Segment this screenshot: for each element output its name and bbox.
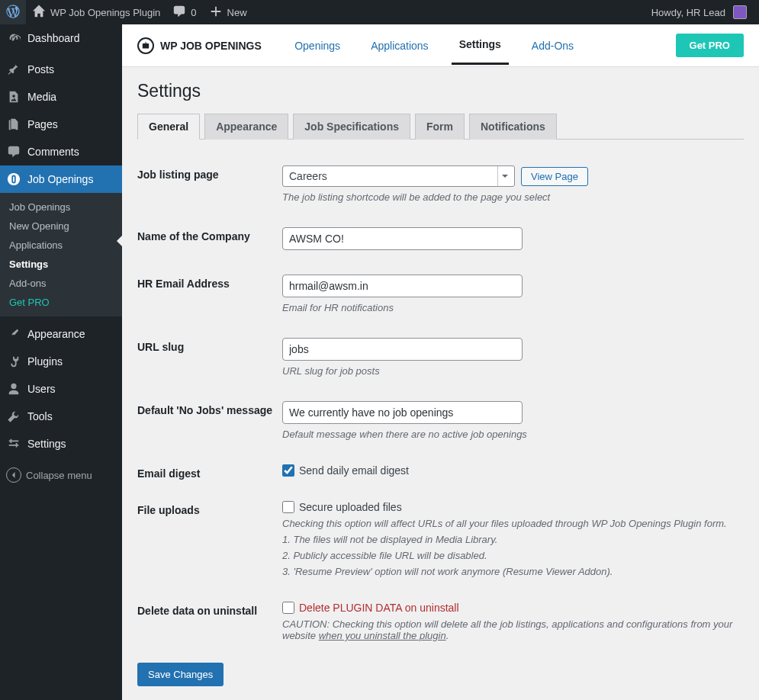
delete-data-checkbox-label[interactable]: Delete PLUGIN DATA on uninstall	[282, 602, 744, 614]
menu-job-openings[interactable]: Job Openings	[0, 165, 122, 193]
plus-icon	[209, 5, 223, 21]
menu-label: Tools	[27, 410, 53, 422]
desc-url-slug: URL slug for job posts	[282, 365, 744, 377]
menu-label: Media	[27, 91, 56, 103]
plugin-header: WP JOB OPENINGS Openings Applications Se…	[122, 24, 759, 67]
menu-posts[interactable]: Posts	[0, 56, 122, 83]
menu-users[interactable]: Users	[0, 375, 122, 403]
briefcase-icon	[137, 37, 154, 54]
tab-notifications[interactable]: Notifications	[469, 114, 557, 140]
menu-pages[interactable]: Pages	[0, 111, 122, 138]
comment-icon	[6, 144, 21, 159]
label-delete-data: Delete data on uninstall	[137, 592, 282, 657]
desc-job-listing-page: The job listing shortcode will be added …	[282, 191, 744, 203]
dashboard-icon	[6, 31, 21, 46]
menu-label: Appearance	[27, 328, 85, 340]
my-account-menu[interactable]: Howdy, HR Lead	[645, 0, 753, 24]
home-icon	[32, 5, 46, 21]
comment-count: 0	[191, 7, 196, 18]
secure-files-checkbox[interactable]	[282, 501, 294, 513]
secure-files-checkbox-label[interactable]: Secure uploaded files	[282, 501, 744, 513]
menu-settings[interactable]: Settings	[0, 430, 122, 458]
chevron-left-icon	[6, 467, 21, 483]
desc-delete-data: CAUTION: Checking this option will delet…	[282, 618, 744, 641]
menu-label: Users	[27, 383, 56, 395]
wrench-icon	[6, 409, 21, 424]
plugin-tab-addons[interactable]: Add-Ons	[524, 26, 581, 66]
site-name-label: WP Job Openings Plugin	[50, 7, 160, 18]
email-digest-checkbox-label[interactable]: Send daily email digest	[282, 464, 744, 477]
view-page-button[interactable]: View Page	[521, 167, 588, 186]
menu-label: Dashboard	[27, 32, 80, 44]
email-digest-checkbox[interactable]	[282, 464, 294, 477]
submenu-item-addons[interactable]: Add-ons	[0, 274, 122, 293]
submenu-item-applications[interactable]: Applications	[0, 236, 122, 255]
settings-subtabs: General Appearance Job Specifications Fo…	[137, 114, 744, 140]
desc-hr-email: Email for HR notifications	[282, 302, 744, 313]
new-content-menu[interactable]: New	[203, 0, 253, 24]
label-url-slug: URL slug	[137, 329, 282, 392]
svg-point-0	[8, 173, 20, 185]
menu-dashboard[interactable]: Dashboard	[0, 24, 122, 52]
menu-label: Job Openings	[27, 173, 93, 185]
user-icon	[6, 381, 21, 397]
hr-email-input[interactable]	[282, 275, 523, 297]
menu-tools[interactable]: Tools	[0, 403, 122, 430]
get-pro-button[interactable]: Get PRO	[676, 34, 744, 57]
select-value: Careers	[289, 170, 327, 182]
desc-secure-2: 2. Publicly accessible file URL will be …	[282, 550, 744, 561]
menu-label: Settings	[27, 438, 66, 450]
menu-label: Pages	[27, 118, 58, 130]
menu-comments[interactable]: Comments	[0, 138, 122, 165]
pin-icon	[6, 62, 21, 77]
site-name-menu[interactable]: WP Job Openings Plugin	[26, 0, 166, 24]
plugin-tab-settings[interactable]: Settings	[452, 24, 509, 66]
admin-sidebar: Dashboard Posts Media Pages Comments Job…	[0, 24, 122, 700]
new-content-label: New	[227, 7, 247, 18]
job-listing-page-select[interactable]: Careers	[282, 165, 515, 187]
tab-job-specifications[interactable]: Job Specifications	[293, 114, 410, 140]
checkbox-text: Secure uploaded files	[299, 501, 402, 513]
submenu-item-job-openings[interactable]: Job Openings	[0, 197, 122, 217]
desc-secure-intro: Checking this option will affect URLs of…	[282, 518, 744, 529]
brush-icon	[6, 326, 21, 342]
delete-data-checkbox[interactable]	[282, 602, 294, 614]
label-hr-email: HR Email Address	[137, 265, 282, 329]
tab-form[interactable]: Form	[415, 114, 465, 140]
sliders-icon	[6, 436, 21, 451]
menu-appearance[interactable]: Appearance	[0, 320, 122, 348]
submenu-item-new-opening[interactable]: New Opening	[0, 217, 122, 236]
checkbox-text: Delete PLUGIN DATA on uninstall	[299, 602, 459, 614]
submenu-item-settings[interactable]: Settings	[0, 255, 122, 274]
plugin-logo: WP JOB OPENINGS	[137, 37, 262, 54]
menu-label: Comments	[27, 146, 79, 158]
collapse-menu-button[interactable]: Collapse menu	[0, 461, 122, 489]
comments-menu[interactable]: 0	[166, 0, 202, 24]
save-changes-button[interactable]: Save Changes	[137, 663, 224, 686]
menu-media[interactable]: Media	[0, 83, 122, 111]
collapse-label: Collapse menu	[26, 470, 92, 481]
briefcase-icon	[6, 172, 21, 187]
label-company-name: Name of the Company	[137, 218, 282, 265]
media-icon	[6, 89, 21, 104]
plugin-tab-openings[interactable]: Openings	[287, 26, 348, 66]
company-name-input[interactable]	[282, 227, 523, 250]
plugin-tab-applications[interactable]: Applications	[363, 26, 436, 66]
pages-icon	[6, 117, 21, 132]
menu-label: Posts	[27, 63, 54, 75]
no-jobs-message-input[interactable]	[282, 401, 523, 424]
tab-general[interactable]: General	[137, 114, 200, 140]
admin-top-bar: WP Job Openings Plugin 0 New Howdy, HR L…	[0, 0, 759, 24]
desc-secure-1: 1. The files will not be displayed in Me…	[282, 534, 744, 545]
page-title: Settings	[137, 81, 744, 101]
tab-appearance[interactable]: Appearance	[204, 114, 288, 140]
url-slug-input[interactable]	[282, 338, 523, 361]
avatar	[733, 5, 747, 19]
wp-logo-menu[interactable]	[0, 0, 26, 24]
label-email-digest: Email digest	[137, 455, 282, 492]
chevron-down-icon	[497, 166, 511, 186]
menu-label: Plugins	[27, 355, 63, 368]
submenu-item-getpro[interactable]: Get PRO	[0, 293, 122, 312]
menu-plugins[interactable]: Plugins	[0, 348, 122, 375]
submenu-job-openings: Job Openings New Opening Applications Se…	[0, 193, 122, 316]
